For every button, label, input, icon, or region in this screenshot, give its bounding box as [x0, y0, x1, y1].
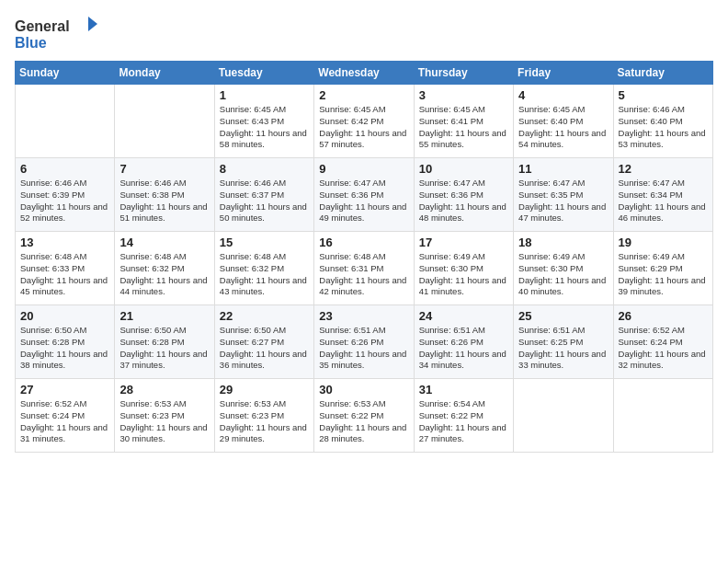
calendar-cell: 26Sunrise: 6:52 AM Sunset: 6:24 PM Dayli… — [613, 305, 712, 379]
day-number: 11 — [518, 162, 608, 176]
calendar-cell: 15Sunrise: 6:48 AM Sunset: 6:32 PM Dayli… — [214, 232, 313, 305]
calendar-cell: 2Sunrise: 6:45 AM Sunset: 6:42 PM Daylig… — [314, 85, 414, 158]
cell-text: Sunrise: 6:50 AM Sunset: 6:28 PM Dayligh… — [119, 325, 209, 372]
cell-text: Sunrise: 6:53 AM Sunset: 6:22 PM Dayligh… — [319, 398, 408, 445]
day-number: 27 — [20, 383, 109, 396]
calendar-cell: 19Sunrise: 6:49 AM Sunset: 6:29 PM Dayli… — [613, 232, 712, 305]
calendar-cell — [613, 379, 712, 453]
day-number: 21 — [119, 309, 209, 323]
calendar-cell: 29Sunrise: 6:53 AM Sunset: 6:23 PM Dayli… — [214, 379, 313, 453]
calendar-cell: 12Sunrise: 6:47 AM Sunset: 6:34 PM Dayli… — [613, 158, 712, 232]
calendar-cell: 8Sunrise: 6:46 AM Sunset: 6:37 PM Daylig… — [214, 158, 313, 232]
calendar-cell: 25Sunrise: 6:51 AM Sunset: 6:25 PM Dayli… — [514, 305, 613, 379]
day-number: 12 — [619, 162, 708, 176]
logo: GeneralBlue — [15, 15, 97, 52]
calendar-cell: 31Sunrise: 6:54 AM Sunset: 6:22 PM Dayli… — [414, 379, 513, 453]
day-number: 8 — [220, 162, 309, 176]
weekday-header: Sunday — [16, 62, 115, 85]
calendar-cell: 10Sunrise: 6:47 AM Sunset: 6:36 PM Dayli… — [414, 158, 513, 232]
weekday-header: Tuesday — [214, 62, 313, 85]
cell-text: Sunrise: 6:45 AM Sunset: 6:41 PM Dayligh… — [419, 104, 508, 151]
calendar-cell: 22Sunrise: 6:50 AM Sunset: 6:27 PM Dayli… — [214, 305, 313, 379]
day-number: 18 — [518, 236, 608, 249]
day-number: 31 — [419, 383, 508, 396]
calendar-cell: 17Sunrise: 6:49 AM Sunset: 6:30 PM Dayli… — [414, 232, 513, 305]
day-number: 19 — [619, 236, 708, 249]
calendar-cell: 9Sunrise: 6:47 AM Sunset: 6:36 PM Daylig… — [314, 158, 414, 232]
cell-text: Sunrise: 6:46 AM Sunset: 6:37 PM Dayligh… — [220, 178, 309, 224]
logo-svg: GeneralBlue — [15, 15, 97, 52]
calendar-cell: 13Sunrise: 6:48 AM Sunset: 6:33 PM Dayli… — [16, 232, 115, 305]
cell-text: Sunrise: 6:51 AM Sunset: 6:26 PM Dayligh… — [419, 325, 508, 372]
day-number: 17 — [419, 236, 508, 249]
day-number: 5 — [619, 88, 708, 102]
calendar-cell: 3Sunrise: 6:45 AM Sunset: 6:41 PM Daylig… — [414, 85, 513, 158]
calendar-week-row: 1Sunrise: 6:45 AM Sunset: 6:43 PM Daylig… — [16, 85, 713, 158]
weekday-header: Wednesday — [314, 62, 414, 85]
weekday-header-row: SundayMondayTuesdayWednesdayThursdayFrid… — [16, 62, 713, 85]
calendar-cell: 23Sunrise: 6:51 AM Sunset: 6:26 PM Dayli… — [314, 305, 414, 379]
cell-text: Sunrise: 6:47 AM Sunset: 6:34 PM Dayligh… — [619, 178, 708, 224]
day-number: 25 — [518, 309, 608, 323]
cell-text: Sunrise: 6:47 AM Sunset: 6:35 PM Dayligh… — [518, 178, 608, 224]
cell-text: Sunrise: 6:51 AM Sunset: 6:26 PM Dayligh… — [319, 325, 408, 372]
cell-text: Sunrise: 6:52 AM Sunset: 6:24 PM Dayligh… — [20, 398, 109, 445]
day-number: 13 — [20, 236, 109, 249]
cell-text: Sunrise: 6:48 AM Sunset: 6:32 PM Dayligh… — [220, 251, 309, 298]
calendar-cell: 20Sunrise: 6:50 AM Sunset: 6:28 PM Dayli… — [16, 305, 115, 379]
cell-text: Sunrise: 6:47 AM Sunset: 6:36 PM Dayligh… — [319, 178, 408, 224]
cell-text: Sunrise: 6:53 AM Sunset: 6:23 PM Dayligh… — [220, 398, 309, 445]
cell-text: Sunrise: 6:52 AM Sunset: 6:24 PM Dayligh… — [619, 325, 708, 372]
cell-text: Sunrise: 6:45 AM Sunset: 6:42 PM Dayligh… — [319, 104, 408, 151]
cell-text: Sunrise: 6:46 AM Sunset: 6:40 PM Dayligh… — [619, 104, 708, 151]
weekday-header: Thursday — [414, 62, 513, 85]
weekday-header: Saturday — [613, 62, 712, 85]
cell-text: Sunrise: 6:53 AM Sunset: 6:23 PM Dayligh… — [119, 398, 209, 445]
calendar-cell: 28Sunrise: 6:53 AM Sunset: 6:23 PM Dayli… — [115, 379, 214, 453]
day-number: 22 — [220, 309, 309, 323]
calendar-cell: 4Sunrise: 6:45 AM Sunset: 6:40 PM Daylig… — [514, 85, 613, 158]
calendar-cell — [16, 85, 115, 158]
svg-marker-2 — [88, 17, 97, 31]
day-number: 3 — [419, 88, 508, 102]
calendar-week-row: 27Sunrise: 6:52 AM Sunset: 6:24 PM Dayli… — [16, 379, 713, 453]
page-header: GeneralBlue — [15, 15, 713, 52]
day-number: 6 — [20, 162, 109, 176]
cell-text: Sunrise: 6:48 AM Sunset: 6:33 PM Dayligh… — [20, 251, 109, 298]
calendar-cell — [514, 379, 613, 453]
day-number: 2 — [319, 88, 408, 102]
calendar-week-row: 6Sunrise: 6:46 AM Sunset: 6:39 PM Daylig… — [16, 158, 713, 232]
cell-text: Sunrise: 6:45 AM Sunset: 6:40 PM Dayligh… — [518, 104, 608, 151]
day-number: 7 — [119, 162, 209, 176]
cell-text: Sunrise: 6:47 AM Sunset: 6:36 PM Dayligh… — [419, 178, 508, 224]
day-number: 4 — [518, 88, 608, 102]
calendar-cell: 18Sunrise: 6:49 AM Sunset: 6:30 PM Dayli… — [514, 232, 613, 305]
cell-text: Sunrise: 6:46 AM Sunset: 6:38 PM Dayligh… — [119, 178, 209, 224]
calendar-cell: 5Sunrise: 6:46 AM Sunset: 6:40 PM Daylig… — [613, 85, 712, 158]
calendar-week-row: 13Sunrise: 6:48 AM Sunset: 6:33 PM Dayli… — [16, 232, 713, 305]
calendar-cell: 6Sunrise: 6:46 AM Sunset: 6:39 PM Daylig… — [16, 158, 115, 232]
calendar-cell: 24Sunrise: 6:51 AM Sunset: 6:26 PM Dayli… — [414, 305, 513, 379]
cell-text: Sunrise: 6:54 AM Sunset: 6:22 PM Dayligh… — [419, 398, 508, 445]
day-number: 9 — [319, 162, 408, 176]
svg-text:General: General — [15, 18, 70, 34]
day-number: 20 — [20, 309, 109, 323]
day-number: 14 — [119, 236, 209, 249]
cell-text: Sunrise: 6:45 AM Sunset: 6:43 PM Dayligh… — [220, 104, 309, 151]
svg-text:Blue: Blue — [15, 35, 47, 51]
cell-text: Sunrise: 6:49 AM Sunset: 6:30 PM Dayligh… — [518, 251, 608, 298]
cell-text: Sunrise: 6:50 AM Sunset: 6:28 PM Dayligh… — [20, 325, 109, 372]
cell-text: Sunrise: 6:46 AM Sunset: 6:39 PM Dayligh… — [20, 178, 109, 224]
day-number: 15 — [220, 236, 309, 249]
cell-text: Sunrise: 6:49 AM Sunset: 6:29 PM Dayligh… — [619, 251, 708, 298]
calendar-cell: 30Sunrise: 6:53 AM Sunset: 6:22 PM Dayli… — [314, 379, 414, 453]
cell-text: Sunrise: 6:49 AM Sunset: 6:30 PM Dayligh… — [419, 251, 508, 298]
day-number: 10 — [419, 162, 508, 176]
cell-text: Sunrise: 6:50 AM Sunset: 6:27 PM Dayligh… — [220, 325, 309, 372]
cell-text: Sunrise: 6:48 AM Sunset: 6:32 PM Dayligh… — [119, 251, 209, 298]
weekday-header: Friday — [514, 62, 613, 85]
calendar-cell — [115, 85, 214, 158]
calendar-cell: 7Sunrise: 6:46 AM Sunset: 6:38 PM Daylig… — [115, 158, 214, 232]
day-number: 23 — [319, 309, 408, 323]
cell-text: Sunrise: 6:51 AM Sunset: 6:25 PM Dayligh… — [518, 325, 608, 372]
